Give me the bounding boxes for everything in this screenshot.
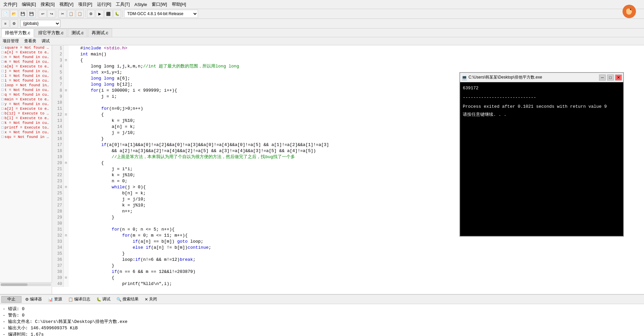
run-window-maximize[interactable]: □ <box>607 75 614 81</box>
run-window-titlebar: 💻 C:\Users\韩某某\Desktop\排他平方数.exe ─ □ ✕ <box>460 73 623 82</box>
menu-search[interactable]: 搜索[S] <box>39 1 57 8</box>
log-item-0: - 错误: 0 <box>3 306 641 312</box>
tb2-btn2[interactable]: ⚙ <box>10 19 18 28</box>
menu-window[interactable]: 窗口[W] <box>150 1 169 8</box>
output-press-key: 请按任意键继续. . . <box>463 111 621 118</box>
sep4 <box>122 10 123 17</box>
sidebar-text-7: i = Not found in currer <box>5 79 50 83</box>
debug-button[interactable]: 🐛 <box>113 10 121 18</box>
save-button[interactable]: 💾 <box>19 10 27 18</box>
bottom-tab-compile-log-label: 编译日志 <box>74 296 90 302</box>
sidebar-item-8[interactable]: □ loop = Not found in cu <box>0 83 52 88</box>
tb2-btn1[interactable]: ≡ <box>1 19 9 28</box>
sidebar-icon-13: □ <box>1 107 4 111</box>
tab-paita-c[interactable]: 排他平方数.c <box>1 29 34 37</box>
fold-marker-11[interactable]: ⊟ <box>64 112 68 118</box>
tab-test-c[interactable]: 测试.c <box>68 29 87 37</box>
fold-marker-7[interactable]: ⊟ <box>64 88 68 94</box>
paste-button[interactable]: 📋 <box>76 10 84 18</box>
compiler-select[interactable]: TDM-GCC 4.8.1 64-bit Release <box>124 10 198 18</box>
fold-marker-9 <box>64 100 68 106</box>
fold-marker-36 <box>64 263 68 269</box>
menu-view[interactable]: 视图[V] <box>57 1 76 8</box>
sidebar-item-13[interactable]: □ a[2] = Execute to evalu <box>0 106 52 111</box>
sidebar-item-14[interactable]: □ b[12] = Execute to eva <box>0 111 52 116</box>
copy-button[interactable]: 📋 <box>67 10 75 18</box>
run-button[interactable]: ▶ <box>96 10 104 18</box>
sidebar-item-9[interactable]: □ t = Not found in currer <box>0 88 52 92</box>
bottom-tab-compiler[interactable]: ⚙ 编译器 <box>23 295 44 303</box>
close-bottom-icon: ✕ <box>145 297 148 302</box>
run-window-close[interactable]: ✕ <box>615 75 622 81</box>
redo-button[interactable]: ↪ <box>47 10 55 18</box>
sidebar-item-11[interactable]: □ main = Execute to eva <box>0 97 52 102</box>
globals-select[interactable]: {globals} <box>20 20 60 27</box>
new-button[interactable]: 📄 <box>1 10 9 18</box>
bottom-tab-resources[interactable]: 📊 资源 <box>46 295 64 303</box>
left-tab-project[interactable]: 项目管理 <box>1 38 20 44</box>
stop-button[interactable]: ⬛ <box>104 10 112 18</box>
menu-help[interactable]: 帮助[H] <box>170 1 188 8</box>
line-num-36: 37 <box>52 263 63 269</box>
line-num-14: 15 <box>52 130 63 136</box>
menu-tools[interactable]: 工具[T] <box>114 1 132 8</box>
log-item-2: - 输出文件名: C:\Users\韩某某\Desktop\排他平方数.exe <box>3 319 641 325</box>
code-line-39: printf("%lld\n",i); <box>70 281 643 287</box>
sidebar-text-18: x = Not found in currer <box>5 130 50 134</box>
sidebar-hscroll[interactable] <box>0 282 52 286</box>
sidebar-item-7[interactable]: □ i = Not found in currer <box>0 78 52 83</box>
run-window-minimize[interactable]: ─ <box>599 75 606 81</box>
sidebar-item-5[interactable]: □ j = Not found in currer <box>0 69 52 74</box>
bottom-tab-search[interactable]: 🔍 搜索结果 <box>114 295 141 303</box>
stop-compile-button[interactable]: 中止 <box>1 296 21 303</box>
save-all-button[interactable]: 💾 <box>28 10 36 18</box>
sidebar-item-2[interactable]: □ n = Not found in curre <box>0 55 52 59</box>
sidebar-text-9: t = Not found in currer <box>5 88 50 92</box>
bottom-tab-close-label: 关闭 <box>149 296 157 302</box>
compile-button[interactable]: ⚙ <box>87 10 95 18</box>
bottom-tab-close[interactable]: ✕ 关闭 <box>142 295 159 303</box>
open-button[interactable]: 📂 <box>10 10 18 18</box>
menu-astyle[interactable]: AStyle <box>133 1 149 8</box>
sidebar-icon-7: □ <box>1 79 4 83</box>
sidebar-icon-0: □ <box>1 46 4 50</box>
menu-run[interactable]: 运行[R] <box>95 1 113 8</box>
sidebar-item-16[interactable]: □ k = Not found in currer <box>0 121 52 125</box>
sidebar-text-14: b[12] = Execute to eva <box>5 111 50 115</box>
fold-marker-23[interactable]: ⊟ <box>64 184 68 190</box>
sidebar-item-12[interactable]: □ y = Not found in currer <box>0 102 52 106</box>
sidebar-item-10[interactable]: □ q = Not found in currer <box>0 92 52 97</box>
fold-gutter: ⊟⊟⊟⊟⊟⊟⊟ <box>64 45 68 287</box>
sidebar-item-18[interactable]: □ x = Not found in currer <box>0 130 52 135</box>
menu-edit[interactable]: 编辑[E] <box>20 1 38 8</box>
fold-marker-1 <box>64 51 68 57</box>
bottom-tab-debug[interactable]: 🐛 调试 <box>94 295 113 303</box>
undo-button[interactable]: ↩ <box>39 10 47 18</box>
tab-retest-c[interactable]: 再测试.c <box>88 29 112 37</box>
left-tab-debug[interactable]: 调试 <box>40 38 51 44</box>
cmd-icon: 💻 <box>461 75 467 80</box>
sidebar-item-15[interactable]: □ b[l] = Execute to evalu <box>0 116 52 121</box>
sidebar-item-0[interactable]: □ square = Not found in <box>0 45 52 50</box>
fold-marker-17 <box>64 148 68 154</box>
code-line-34: } <box>70 251 643 257</box>
bottom-tab-compiler-label: 编译器 <box>30 296 42 302</box>
fold-marker-2[interactable]: ⊟ <box>64 57 68 63</box>
fold-marker-19[interactable]: ⊟ <box>64 160 68 166</box>
sidebar-item-4[interactable]: □ a[m] = Execute to eva <box>0 64 52 69</box>
menu-project[interactable]: 项目[P] <box>76 1 94 8</box>
sidebar-item-19[interactable]: □ squ = Not found in cur <box>0 135 52 139</box>
cut-button[interactable]: ✂ <box>58 10 66 18</box>
fold-marker-31[interactable]: ⊟ <box>64 233 68 239</box>
left-tab-classes[interactable]: 查看类 <box>23 38 38 44</box>
line-num-15: 16 <box>52 136 63 142</box>
menu-file[interactable]: 文件[F] <box>1 1 19 8</box>
sidebar-item-3[interactable]: □ m = Not found in curre <box>0 59 52 64</box>
sidebar-item-1[interactable]: □ a[n] = Execute to evalu <box>0 50 52 55</box>
fold-marker-38[interactable]: ⊟ <box>64 275 68 281</box>
sidebar-item-17[interactable]: □ printf = Execute to eva <box>0 125 52 130</box>
tab-paita2-c[interactable]: 排它平方数.c <box>35 29 67 37</box>
sidebar-item-6[interactable]: □ l = Not found in currer <box>0 74 52 78</box>
bottom-tab-compile-log[interactable]: 📋 编译日志 <box>66 295 93 303</box>
compiler-icon: ⚙ <box>25 297 29 302</box>
